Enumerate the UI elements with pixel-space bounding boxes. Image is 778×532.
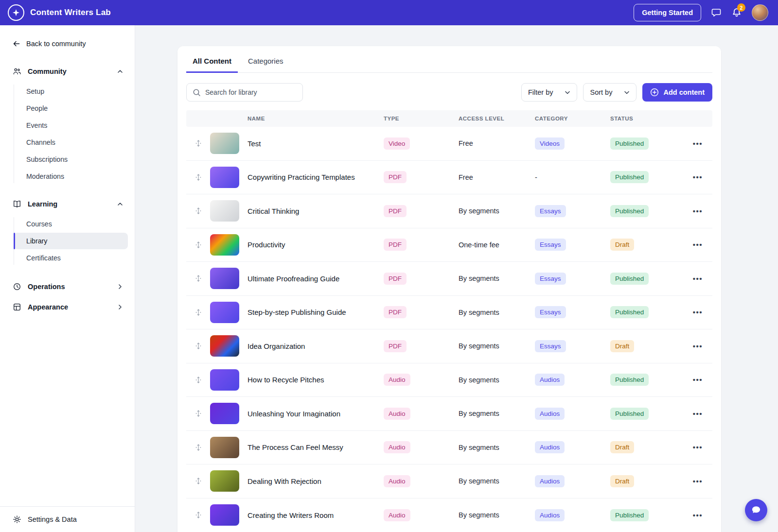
row-actions-button[interactable]: ••• <box>693 443 703 451</box>
drag-handle-icon[interactable] <box>195 275 202 282</box>
chevron-up-icon <box>117 201 123 207</box>
sidebar: Back to community Community SetupPeopleE… <box>0 25 135 532</box>
content-thumbnail <box>210 470 239 492</box>
category-cell: Audios <box>535 374 610 386</box>
back-link-label: Back to community <box>26 40 86 48</box>
table-header: NAME TYPE ACCESS LEVEL CATEGORY STATUS <box>186 110 712 127</box>
table-row: Creating the Writers Room Audio By segme… <box>186 498 712 532</box>
drag-handle-icon[interactable] <box>195 241 202 248</box>
content-thumbnail <box>210 335 239 357</box>
drag-handle-icon[interactable] <box>195 512 202 518</box>
appearance-icon <box>13 303 21 311</box>
sidebar-item-moderations[interactable]: Moderations <box>14 168 128 185</box>
category-badge: Essays <box>535 340 566 352</box>
row-actions-button[interactable]: ••• <box>693 240 703 249</box>
category-badge: Essays <box>535 273 566 285</box>
table-body: Test Video Free Videos Published ••• Cop… <box>186 127 712 532</box>
status-badge: Draft <box>610 475 634 487</box>
content-thumbnail <box>210 504 239 526</box>
back-to-community-link[interactable]: Back to community <box>13 40 127 48</box>
library-card: All Content Categories Filter by <box>177 46 721 532</box>
drag-handle-icon[interactable] <box>195 174 202 181</box>
status-badge: Published <box>610 408 649 420</box>
library-search[interactable] <box>186 83 303 102</box>
category-cell: Essays <box>535 340 610 352</box>
row-actions-button[interactable]: ••• <box>693 275 703 283</box>
drag-handle-icon[interactable] <box>195 343 202 349</box>
content-thumbnail <box>210 302 239 323</box>
category-cell: - <box>535 173 610 181</box>
sidebar-item-channels[interactable]: Channels <box>14 134 128 151</box>
tab-categories[interactable]: Categories <box>242 48 290 73</box>
chat-bubble-icon <box>750 504 762 516</box>
community-icon <box>13 67 21 76</box>
row-actions-button[interactable]: ••• <box>693 139 703 148</box>
sort-by-dropdown[interactable]: Sort by <box>583 83 637 102</box>
app-logo-icon <box>8 4 24 21</box>
drag-handle-icon[interactable] <box>195 377 202 383</box>
sidebar-item-setup[interactable]: Setup <box>14 83 128 100</box>
sidebar-item-library[interactable]: Library <box>14 233 128 249</box>
status-badge: Published <box>610 509 649 521</box>
drag-handle-icon[interactable] <box>195 410 202 417</box>
getting-started-button[interactable]: Getting Started <box>634 4 701 21</box>
tab-all-content[interactable]: All Content <box>186 48 238 73</box>
learning-icon <box>13 200 21 208</box>
chat-bubble-icon <box>711 7 722 18</box>
category-cell: Essays <box>535 205 610 217</box>
user-avatar[interactable] <box>752 4 768 21</box>
row-actions-button[interactable]: ••• <box>693 477 703 485</box>
content-thumbnail <box>210 437 239 458</box>
notifications-button[interactable]: 2 <box>731 7 742 18</box>
type-badge: PDF <box>384 306 407 318</box>
row-actions-button[interactable]: ••• <box>693 376 703 384</box>
sidebar-item-events[interactable]: Events <box>14 117 128 134</box>
row-actions-button[interactable]: ••• <box>693 342 703 350</box>
drag-handle-icon[interactable] <box>195 140 202 147</box>
type-badge: PDF <box>384 171 407 183</box>
chat-widget-button[interactable] <box>745 499 767 521</box>
type-badge: PDF <box>384 273 407 285</box>
sidebar-item-certificates[interactable]: Certificates <box>14 250 128 266</box>
column-header-type: TYPE <box>384 116 459 121</box>
sidebar-section-appearance[interactable]: Appearance <box>0 297 135 317</box>
access-level: By segments <box>459 309 535 316</box>
table-row: Productivity PDF One-time fee Essays Dra… <box>186 228 712 262</box>
sidebar-item-people[interactable]: People <box>14 100 128 117</box>
settings-data-link[interactable]: Settings & Data <box>0 506 135 532</box>
row-actions-button[interactable]: ••• <box>693 308 703 316</box>
drag-handle-icon[interactable] <box>195 309 202 316</box>
sidebar-item-courses[interactable]: Courses <box>14 216 128 232</box>
row-actions-button[interactable]: ••• <box>693 173 703 181</box>
status-badge: Published <box>610 137 649 150</box>
messages-button[interactable] <box>711 7 722 18</box>
filter-by-dropdown[interactable]: Filter by <box>521 83 578 102</box>
filter-by-label: Filter by <box>528 88 553 96</box>
table-row: How to Recycle Pitches Audio By segments… <box>186 363 712 397</box>
status-badge: Published <box>610 374 649 386</box>
column-header-status: STATUS <box>610 116 683 121</box>
category-badge: Essays <box>535 205 566 217</box>
app-title: Content Writers Lab <box>30 8 111 17</box>
drag-handle-icon[interactable] <box>195 444 202 451</box>
type-badge: Audio <box>384 509 410 521</box>
add-content-label: Add content <box>663 88 705 96</box>
table-row: Idea Organization PDF By segments Essays… <box>186 329 712 363</box>
row-actions-button[interactable]: ••• <box>693 511 703 519</box>
chevron-down-icon <box>565 89 570 95</box>
row-actions-button[interactable]: ••• <box>693 207 703 215</box>
content-name: Step-by-step Publishing Guide <box>248 308 384 316</box>
drag-handle-icon[interactable] <box>195 478 202 484</box>
sidebar-item-subscriptions[interactable]: Subscriptions <box>14 151 128 168</box>
sidebar-section-community[interactable]: Community <box>0 61 135 82</box>
category-badge: Essays <box>535 306 566 318</box>
type-badge: PDF <box>384 205 407 217</box>
sidebar-section-operations[interactable]: Operations <box>0 276 135 297</box>
row-actions-button[interactable]: ••• <box>693 410 703 418</box>
table-row: Step-by-step Publishing Guide PDF By seg… <box>186 296 712 330</box>
search-input[interactable] <box>205 88 297 96</box>
category-cell: Audios <box>535 509 610 521</box>
sidebar-section-learning[interactable]: Learning <box>0 194 135 214</box>
add-content-button[interactable]: Add content <box>642 83 712 102</box>
drag-handle-icon[interactable] <box>195 207 202 214</box>
